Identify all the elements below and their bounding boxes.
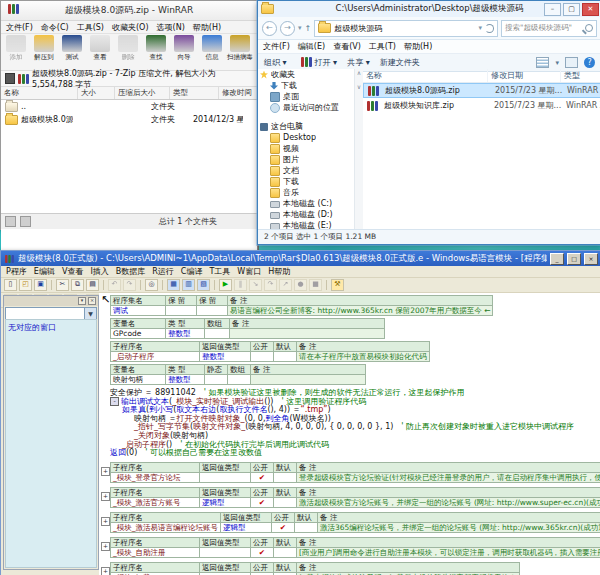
winrar-column-headers[interactable]: 名称大小压缩后大小类型修改时间校验和 [1, 87, 257, 100]
key-icon[interactable] [5, 216, 16, 227]
ide-menu-item[interactable]: H帮助 [268, 266, 290, 277]
expander-plus-icon[interactable]: + [101, 492, 110, 501]
window-tile-v-icon[interactable]: ▧ [197, 279, 210, 291]
ide-minimize-button[interactable]: _ [550, 253, 564, 265]
global-variable-table[interactable]: 变量名类 型数组备 注GPcode整数型 [110, 318, 385, 339]
refresh-icon[interactable] [485, 24, 494, 33]
winrar-toolbar-button[interactable]: 解压到 [31, 35, 57, 62]
code-editor[interactable]: ↖程序集名保 留保 留备 注调试易语言编程公司全新博客: http://www.… [99, 293, 600, 575]
winrar-column-header[interactable]: 压缩后大小 [115, 87, 170, 99]
sub-program-table[interactable]: 子程序名返回值类型公开默认备 注_模块_卸载✔卸载本模块生成的注册码，卸载后本机… [110, 562, 520, 575]
sidebar-scrollbar[interactable]: ∧∨ [354, 69, 363, 230]
window-list[interactable]: 无对应的窗口 [5, 319, 97, 568]
winrar-titlebar[interactable]: 超级模块8.0源码.zip - WinRAR [1, 1, 257, 21]
explorer-column-header[interactable]: 名称 [363, 69, 488, 82]
save-icon[interactable]: ▣ [34, 279, 47, 291]
ide-menu-item[interactable]: E编辑 [34, 266, 55, 277]
winrar-file-row[interactable]: ..文件夹 [1, 100, 257, 113]
winrar-toolbar-button[interactable]: 查看 [87, 35, 113, 62]
change-view-icon[interactable] [536, 57, 549, 68]
sidebar-item-recent[interactable]: 最近访问的位置 [258, 102, 354, 113]
winrar-menu-item[interactable]: 收藏夹(O) [112, 22, 149, 33]
sidebar-item-[interactable]: 下载 [258, 176, 354, 187]
explorer-titlebar[interactable]: C:\Users\Administrator\Desktop\超级模块源码 – … [258, 1, 600, 17]
explorer-file-row[interactable]: 超级模块8.0源码.zip2015/7/23 星期...WinRAR ZIP 压… [363, 83, 600, 98]
winrar-menu-item[interactable]: 工具(S) [77, 22, 104, 33]
winrar-column-header[interactable]: 大小 [78, 87, 115, 99]
ide-menu-item[interactable]: W窗口 [237, 266, 261, 277]
explorer-file-row[interactable]: 超级模块知识库.zip2015/7/23 星期...WinRAR ZIP 压缩.… [363, 98, 600, 113]
window-tile-h-icon[interactable]: ▥ [182, 279, 195, 291]
explorer-column-headers[interactable]: 名称修改日期类型大小 [363, 69, 600, 83]
sidebar-item-download[interactable]: 下载 [258, 80, 354, 91]
winrar-address-bar[interactable]: 超级模块8.0源码.zip - 7-Zip 压缩文件, 解包大小为 5,554,… [1, 71, 257, 87]
find-icon[interactable]: ◎ [145, 279, 158, 291]
ide-menu-item[interactable]: I插入 [90, 266, 108, 277]
ide-menu-item[interactable]: B数据库 [116, 266, 146, 277]
winrar-menu-item[interactable]: 帮助(H) [193, 22, 221, 33]
explorer-column-header[interactable]: 类型 [561, 69, 600, 82]
sidebar-item-[interactable]: 图片 [258, 154, 354, 165]
sidebar-favorites[interactable]: 收藏夹 [258, 69, 354, 80]
winrar-toolbar-button[interactable]: 扫描病毒 [227, 35, 253, 62]
collapse-minus-icon[interactable]: - [110, 397, 119, 406]
sub-program-table[interactable]: 子程序名返回值类型公开默认备 注_模块_登录官方论坛✔登录超级模块官方论坛验证(… [110, 462, 600, 483]
maximize-button[interactable]: ▢ [563, 3, 580, 16]
expander-plus-icon[interactable]: + [101, 542, 110, 551]
explorer-column-header[interactable]: 修改日期 [488, 69, 561, 82]
sidebar-item-[interactable]: 文档 [258, 165, 354, 176]
explorer-menu-item[interactable]: 查看(V) [333, 41, 361, 52]
sidebar-item-C[interactable]: 本地磁盘 (C:) [258, 198, 354, 209]
code-line[interactable]: 返回 (0) ' 可以根据自己需要在这里改数值 [101, 449, 600, 458]
minimize-button[interactable]: – [544, 3, 561, 16]
new-icon[interactable]: ▯ [4, 279, 17, 291]
sidebar-this-pc[interactable]: 这台电脑 [258, 121, 354, 132]
forward-button[interactable]: → [280, 21, 295, 36]
wizard-hammer-icon[interactable]: ⚒ [331, 279, 344, 291]
ide-close-button[interactable]: × [584, 253, 598, 265]
sidebar-item-[interactable]: 视频 [258, 143, 354, 154]
winrar-menu-item[interactable]: 命令(C) [41, 22, 69, 33]
help-icon[interactable]: ? [584, 57, 595, 68]
explorer-menu-item[interactable]: 工具(T) [369, 41, 396, 52]
explorer-command-button[interactable]: 新建文件夹 [380, 57, 420, 68]
sidebar-item-D[interactable]: 本地磁盘 (D:) [258, 209, 354, 220]
startup-sub-table[interactable]: 子程序名返回值类型公开默认备 注_启动子程序整数型请在本子程序中放置易模块初始化… [110, 341, 430, 362]
assembly-table[interactable]: 程序集名保 留保 留备 注调试易语言编程公司全新博客: http://www.3… [110, 295, 493, 316]
ide-menu-item[interactable]: C编译 [181, 266, 203, 277]
copy-icon[interactable]: ⧉ [71, 279, 84, 291]
local-variable-table[interactable]: 变量名类 型静态数组备 注映射句柄整数型 [110, 364, 366, 385]
paste-icon[interactable]: ▤ [86, 279, 99, 291]
winrar-menu-item[interactable]: 选项(N) [157, 22, 185, 33]
winrar-file-row[interactable]: 超级模块8.0源码文件夹2014/12/3 星... [1, 113, 257, 126]
panel-close-icon[interactable]: × [88, 297, 96, 305]
cut-icon[interactable]: ✂ [56, 279, 69, 291]
run-icon[interactable]: ▶ [219, 279, 232, 291]
ide-maximize-button[interactable]: □ [567, 253, 581, 265]
sub-program-table[interactable]: 子程序名返回值类型公开默认备 注_模块_激活官方账号逻辑型✔激活超级模块官方论坛… [110, 487, 600, 508]
sub-program-table[interactable]: 子程序名返回值类型公开默认备 注_模块_自助注册✔[商业用户]调用命令进行自助注… [110, 537, 600, 558]
expander-plus-icon[interactable]: + [101, 467, 110, 476]
ide-menu-item[interactable]: P程序 [6, 266, 27, 277]
panel-pin-icon[interactable]: ▾ [78, 297, 86, 305]
winrar-toolbar-button[interactable]: 向导 [171, 35, 197, 62]
open-icon[interactable]: ◰ [19, 279, 32, 291]
view-dropdown-icon[interactable]: ▾ [555, 59, 559, 67]
explorer-command-button[interactable]: 打开 ▾ [297, 57, 338, 68]
preview-pane-icon[interactable] [565, 57, 578, 68]
window-cascade-icon[interactable]: ▦ [167, 279, 180, 291]
ide-menu-item[interactable]: V查看 [62, 266, 83, 277]
winrar-column-header[interactable]: 类型 [170, 87, 219, 99]
winrar-toolbar-button[interactable]: 查找 [143, 35, 169, 62]
winrar-menu-item[interactable]: 文件(F) [6, 22, 33, 33]
close-button[interactable]: ✕ [582, 3, 599, 16]
winrar-toolbar-button[interactable]: 信息 [199, 35, 225, 62]
sidebar-item-[interactable]: 音乐 [258, 187, 354, 198]
sidebar-item-desktop[interactable]: 桌面 [258, 91, 354, 102]
ide-menu-item[interactable]: R运行 [152, 266, 174, 277]
explorer-menu-item[interactable]: 帮助(H) [404, 41, 432, 52]
up-button[interactable]: ↑ [305, 24, 312, 33]
address-dropdown-icon[interactable]: ▾ [478, 24, 482, 32]
expander-plus-icon[interactable]: + [101, 567, 110, 575]
breadcrumb[interactable]: 超级模块源码 ▾ [314, 20, 498, 37]
